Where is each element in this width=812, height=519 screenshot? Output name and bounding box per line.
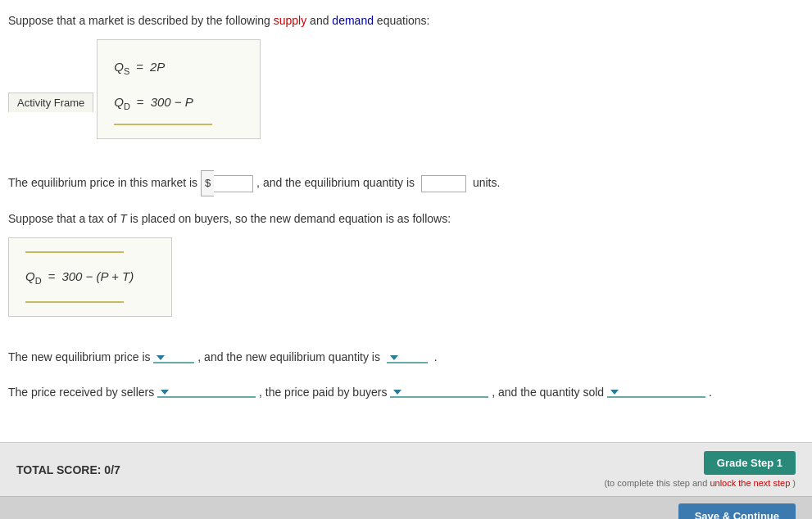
new-eq-text3: . <box>434 350 438 363</box>
new-quantity-dropdown[interactable] <box>387 354 428 363</box>
eq-text2: , and the equilibrium quantity is <box>256 176 415 189</box>
tax-eq-separator-top <box>25 251 124 253</box>
grade-hint-text1: (to complete this step and <box>604 478 707 488</box>
quantity-sold-arrow-icon[interactable] <box>610 390 619 395</box>
score-value: 0/7 <box>104 463 120 476</box>
footer-bar: TOTAL SCORE: 0/7 Grade Step 1 (to comple… <box>0 442 812 496</box>
grade-hint-link: unlock the next step <box>710 478 790 488</box>
qs-equation: QS = 2P <box>114 50 243 85</box>
new-price-arrow-icon[interactable] <box>157 355 165 360</box>
grade-hint: (to complete this step and unlock the ne… <box>604 478 796 488</box>
quantity-sold-dropdown[interactable] <box>607 388 705 398</box>
sellers-text1: The price received by sellers <box>8 386 154 399</box>
equation-box: QS = 2P QD = 300 − P <box>97 39 261 139</box>
buyers-price-arrow-icon[interactable] <box>393 390 401 395</box>
demand-word: demand <box>332 14 374 27</box>
sellers-text2: , the price paid by buyers <box>259 386 387 399</box>
qs-equals: = <box>136 55 143 79</box>
equilibrium-price-input[interactable] <box>214 175 253 192</box>
activity-frame-tab[interactable]: Activity Frame <box>8 93 93 112</box>
new-eq-text2: , and the new equilibrium quantity is <box>197 350 380 363</box>
tax-qd-rhs: 300 − (P + T) <box>61 264 134 289</box>
new-eq-text1: The new equilibrium price is <box>8 350 151 363</box>
qd-label: QD <box>114 90 130 115</box>
tax-var: T <box>120 212 127 225</box>
qd-equals: = <box>137 90 144 115</box>
score-label: TOTAL SCORE: <box>16 463 101 476</box>
tax-equation-box: QD = 300 − (P + T) <box>8 237 172 317</box>
tax-qd-label: QD <box>25 264 42 290</box>
eq-text3: units. <box>473 176 500 189</box>
sellers-row: The price received by sellers , the pric… <box>8 378 796 407</box>
qd-rhs: 300 − P <box>151 90 193 115</box>
tax-qd-equation: QD = 300 − (P + T) <box>25 260 155 295</box>
sellers-price-dropdown[interactable] <box>157 388 256 398</box>
buyers-price-dropdown[interactable] <box>390 388 488 398</box>
tax-intro-text: Suppose that a tax of T is placed on buy… <box>8 210 796 228</box>
sellers-text4: . <box>709 386 712 399</box>
intro-text: Suppose that a market is described by th… <box>8 12 796 29</box>
qs-rhs: 2P <box>150 55 165 79</box>
save-continue-button[interactable]: Save & Continue <box>678 503 796 519</box>
tax-qd-equals: = <box>48 264 56 289</box>
save-bar: Save & Continue <box>0 496 812 519</box>
main-content: Suppose that a market is described by th… <box>0 0 812 442</box>
sellers-price-arrow-icon[interactable] <box>161 390 169 395</box>
new-price-dropdown[interactable] <box>153 354 194 363</box>
grade-section: Grade Step 1 (to complete this step and … <box>604 451 796 488</box>
price-input-wrapper: $ <box>201 170 253 196</box>
eq-text1: The equilibrium price in this market is <box>8 176 197 189</box>
dollar-sign: $ <box>201 170 214 196</box>
qd-equation: QD = 300 − P <box>114 85 243 120</box>
sellers-text3: , and the quantity sold <box>492 386 604 399</box>
tax-eq-separator-bottom <box>25 301 124 303</box>
equilibrium-quantity-input[interactable] <box>421 175 466 192</box>
equation-separator <box>114 124 212 125</box>
grade-step-button[interactable]: Grade Step 1 <box>704 451 796 475</box>
grade-hint-text3: ) <box>792 478 796 488</box>
new-quantity-arrow-icon[interactable] <box>390 355 398 360</box>
total-score: TOTAL SCORE: 0/7 <box>16 463 120 476</box>
new-equilibrium-row: The new equilibrium price is , and the n… <box>8 345 796 370</box>
qs-label: QS <box>114 55 129 80</box>
equilibrium-question: The equilibrium price in this market is … <box>8 170 796 196</box>
supply-word: supply <box>274 14 306 27</box>
